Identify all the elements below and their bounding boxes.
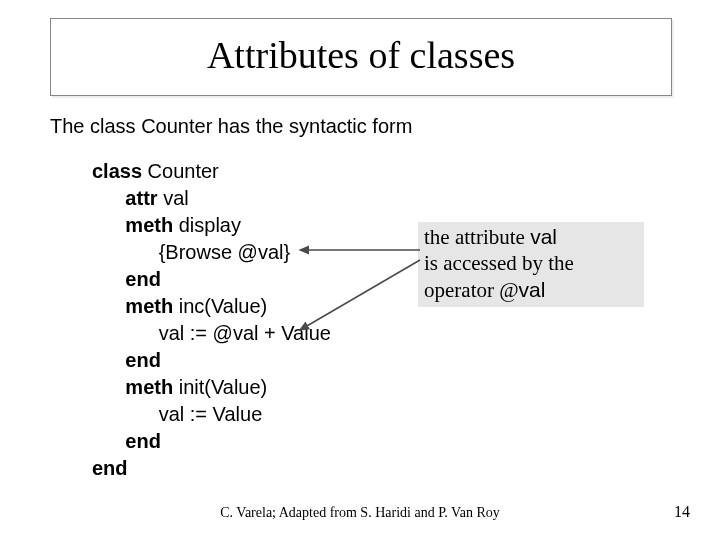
kw-end: end: [125, 430, 161, 452]
code-text: inc(Value): [173, 295, 267, 317]
callout-line1a: the attribute: [424, 225, 530, 249]
callout-line3a: operator @: [424, 278, 519, 302]
intro-text: The class Counter has the syntactic form: [50, 115, 412, 138]
page-number: 14: [674, 503, 690, 521]
kw-end: end: [92, 457, 128, 479]
code-text: {Browse @val}: [159, 241, 290, 263]
kw-meth: meth: [125, 214, 173, 236]
code-block: class Counter attr val meth display {Bro…: [92, 158, 331, 482]
code-text: val := @val + Value: [159, 322, 331, 344]
code-text: init(Value): [173, 376, 267, 398]
slide-title: Attributes of classes: [207, 34, 515, 76]
code-text: display: [173, 214, 241, 236]
kw-end: end: [125, 268, 161, 290]
footer-credit: C. Varela; Adapted from S. Haridi and P.…: [0, 505, 720, 521]
title-box: Attributes of classes: [50, 18, 672, 96]
callout-val1: val: [530, 225, 557, 248]
callout-box: the attribute val is accessed by the ope…: [418, 222, 644, 307]
kw-meth: meth: [125, 295, 173, 317]
kw-end: end: [125, 349, 161, 371]
kw-attr: attr: [125, 187, 157, 209]
code-text: val := Value: [159, 403, 263, 425]
callout-line2: is accessed by the: [424, 251, 574, 275]
kw-meth: meth: [125, 376, 173, 398]
code-text: Counter: [142, 160, 219, 182]
code-text: val: [158, 187, 189, 209]
callout-val2: val: [519, 278, 546, 301]
kw-class: class: [92, 160, 142, 182]
